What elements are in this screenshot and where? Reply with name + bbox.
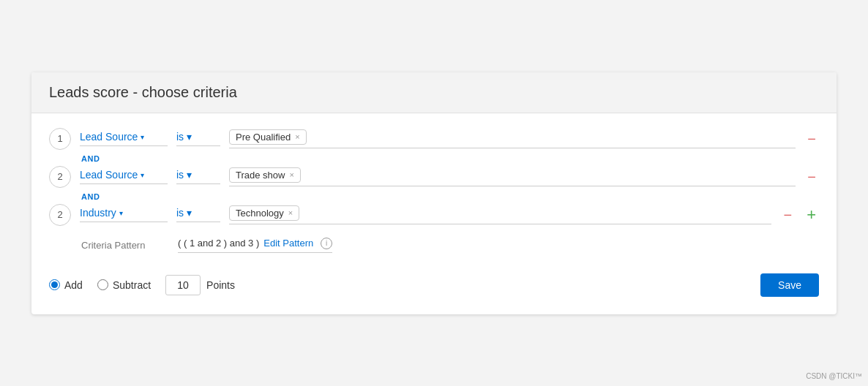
value-area-2: Trade show × <box>229 167 796 186</box>
subtract-radio[interactable] <box>97 279 108 290</box>
tag-remove-trade-show[interactable]: × <box>289 170 293 179</box>
save-button[interactable]: Save <box>760 273 819 297</box>
points-input[interactable] <box>165 275 201 295</box>
card-header: Leads score - choose criteria <box>31 72 837 113</box>
and-label-2: AND <box>81 192 819 201</box>
add-radio-group: Add <box>49 279 83 291</box>
watermark: CSDN @TICKI™ <box>806 372 862 380</box>
field-dropdown-2[interactable]: Lead Source ▾ <box>80 169 168 184</box>
tag-remove-technology[interactable]: × <box>288 208 293 217</box>
value-area-1: Pre Qualified × <box>229 129 796 148</box>
step-circle-2: 2 <box>49 166 71 188</box>
add-label: Add <box>64 279 83 291</box>
chevron-down-icon: ▾ <box>187 131 192 143</box>
points-group: Points <box>165 275 235 295</box>
tag-remove-pre-qualified[interactable]: × <box>295 132 299 141</box>
tag-trade-show: Trade show × <box>229 167 301 183</box>
add-radio[interactable] <box>49 279 60 290</box>
remove-row-3-button[interactable]: − <box>780 208 795 222</box>
points-label: Points <box>206 279 235 291</box>
add-row-button[interactable]: + <box>804 207 819 223</box>
leads-score-card: Leads score - choose criteria 1 Lead Sou… <box>31 72 837 314</box>
chevron-down-icon: ▾ <box>187 207 192 219</box>
operator-dropdown-2[interactable]: is ▾ <box>176 169 220 184</box>
remove-row-2-button[interactable]: − <box>804 170 819 184</box>
step-circle-1: 1 <box>49 128 71 150</box>
operator-dropdown-1[interactable]: is ▾ <box>176 131 220 146</box>
step-circle-3: 2 <box>49 204 71 226</box>
criteria-pattern-row: Criteria Pattern ( ( 1 and 2 ) and 3 ) E… <box>81 238 819 253</box>
criteria-row-1: 1 Lead Source ▾ is ▾ Pre Qualified × − <box>49 128 819 150</box>
edit-pattern-link[interactable]: Edit Pattern <box>263 238 313 249</box>
tag-pre-qualified: Pre Qualified × <box>229 129 307 145</box>
footer-left: Add Subtract Points <box>49 275 235 295</box>
operator-dropdown-3[interactable]: is ▾ <box>176 207 220 222</box>
chevron-down-icon: ▾ <box>141 171 144 179</box>
info-icon[interactable]: i <box>321 238 332 249</box>
value-area-3: Technology × <box>229 205 771 224</box>
remove-row-1-button[interactable]: − <box>804 132 819 146</box>
criteria-pattern-label: Criteria Pattern <box>81 240 169 251</box>
page-title: Leads score - choose criteria <box>49 84 819 101</box>
criteria-row-3: 2 Industry ▾ is ▾ Technology × − + <box>49 204 819 226</box>
footer: Add Subtract Points Save <box>31 273 837 297</box>
card-body: 1 Lead Source ▾ is ▾ Pre Qualified × − A… <box>31 113 837 253</box>
criteria-pattern-value: ( ( 1 and 2 ) and 3 ) <box>178 238 259 249</box>
field-dropdown-3[interactable]: Industry ▾ <box>80 207 168 222</box>
tag-technology: Technology × <box>229 205 299 221</box>
chevron-down-icon: ▾ <box>119 209 123 217</box>
chevron-down-icon: ▾ <box>187 169 192 181</box>
criteria-row-2: 2 Lead Source ▾ is ▾ Trade show × − <box>49 166 819 188</box>
pattern-underline: ( ( 1 and 2 ) and 3 ) Edit Pattern i <box>178 238 332 253</box>
subtract-label: Subtract <box>113 279 151 291</box>
chevron-down-icon: ▾ <box>141 133 144 141</box>
field-dropdown-1[interactable]: Lead Source ▾ <box>80 131 168 146</box>
and-label-1: AND <box>81 154 819 163</box>
subtract-radio-group: Subtract <box>97 279 151 291</box>
